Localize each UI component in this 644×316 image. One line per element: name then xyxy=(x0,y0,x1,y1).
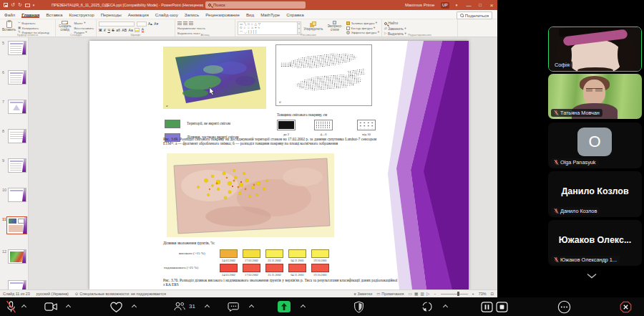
notes-toggle[interactable]: ≡Заметки xyxy=(353,292,372,296)
ribbon-display-options-icon[interactable]: ▾ xyxy=(451,0,462,10)
collapse-video-panel-button[interactable] xyxy=(581,270,602,281)
find-button[interactable]: Найти xyxy=(384,21,406,25)
new-slide-button[interactable]: Создать слайд xyxy=(58,21,72,32)
zoom-in-button[interactable]: + xyxy=(472,292,474,296)
chat-button[interactable] xyxy=(225,300,241,314)
zoom-slider-thumb[interactable] xyxy=(457,292,459,296)
security-button[interactable] xyxy=(351,300,366,314)
record-button[interactable] xyxy=(419,300,435,314)
video-tile-danylo[interactable]: Данило Козлов Данило Козлов xyxy=(548,171,642,217)
reactions-button[interactable] xyxy=(108,300,124,314)
quick-styles-button[interactable]: Экспресс-стили xyxy=(326,21,344,32)
text-direction-button[interactable]: Направление текста xyxy=(177,27,213,30)
layout-button[interactable]: Макет▾ xyxy=(74,21,94,25)
slide-sorter-view-button[interactable]: ▦ xyxy=(414,292,418,296)
slide-thumbnail-10[interactable]: 10 xyxy=(0,187,29,216)
maximize-icon[interactable]: □ xyxy=(474,0,486,10)
font-name-combobox[interactable] xyxy=(99,21,135,27)
font-size-combobox[interactable] xyxy=(137,21,147,27)
highlight-color-button[interactable] xyxy=(135,28,140,32)
tab-design[interactable]: Конструктор xyxy=(69,11,94,18)
participants-options-chevron[interactable] xyxy=(205,305,210,310)
slide-thumbnail-7[interactable]: 7 xyxy=(0,99,29,128)
arrange-button[interactable]: Упорядочить xyxy=(303,21,323,32)
copy-button[interactable]: ▣Копировать xyxy=(18,27,49,30)
slide-thumbnail-8[interactable]: 8 xyxy=(0,128,29,157)
cut-button[interactable]: ✂Вырезать xyxy=(18,21,49,25)
slide-thumbnail-5[interactable]: 5 xyxy=(0,40,29,69)
tab-animations[interactable]: Анимация xyxy=(128,11,149,18)
tab-transitions[interactable]: Переходы xyxy=(101,11,122,18)
reading-view-button[interactable]: ▥ xyxy=(420,292,424,296)
search-input[interactable] xyxy=(213,3,292,7)
stop-recording-button[interactable] xyxy=(494,300,509,314)
normal-view-button[interactable]: ▭ xyxy=(408,292,411,296)
share-button[interactable]: Поделиться xyxy=(457,11,492,19)
paste-button[interactable]: Вставить xyxy=(2,21,16,32)
video-button[interactable] xyxy=(43,300,59,314)
reactions-options-chevron[interactable] xyxy=(132,305,137,310)
reset-button[interactable]: Восстановить xyxy=(74,27,94,30)
font-color-button[interactable]: А xyxy=(142,28,144,32)
tab-slideshow[interactable]: Слайд-шоу xyxy=(155,11,178,18)
video-tile-yuzhakov[interactable]: Южаков Олекс... Южаков Олександр 1... xyxy=(548,220,642,266)
save-icon[interactable] xyxy=(4,3,8,7)
zoom-out-button[interactable]: − xyxy=(434,292,436,296)
slideshow-icon[interactable] xyxy=(25,4,30,7)
chat-options-chevron[interactable] xyxy=(249,305,254,310)
fit-to-window-icon[interactable]: ⊡ xyxy=(490,292,494,296)
undo-icon[interactable]: ↺ xyxy=(11,2,15,8)
language-indicator[interactable]: русский (Украина) xyxy=(36,292,69,296)
search-box[interactable] xyxy=(205,1,306,9)
tab-mathtype[interactable]: MathType xyxy=(260,11,280,18)
video-tile-sofia[interactable]: Софія xyxy=(548,27,642,72)
numbering-icon[interactable] xyxy=(183,21,187,25)
share-screen-button[interactable] xyxy=(276,300,292,314)
mute-button[interactable] xyxy=(3,300,19,314)
share-options-chevron[interactable] xyxy=(301,305,306,310)
zoom-level[interactable]: 73% xyxy=(479,292,487,296)
slide-thumbnail-6[interactable]: 6 xyxy=(0,70,29,98)
mic-options-chevron[interactable] xyxy=(21,305,26,310)
subscript-button[interactable]: аб xyxy=(116,29,120,32)
italic-button[interactable]: К xyxy=(104,29,106,32)
minimize-icon[interactable]: — xyxy=(463,0,474,10)
slide-thumbnail-9[interactable]: 9 xyxy=(0,158,29,186)
record-options-chevron[interactable] xyxy=(443,305,448,310)
change-case-button[interactable]: АВ xyxy=(122,29,127,32)
replace-button[interactable]: ⇄Заменить▾ xyxy=(384,27,406,31)
tab-help[interactable]: Справка xyxy=(286,11,303,18)
account-name[interactable]: Maximus Prime xyxy=(405,0,434,10)
bullets-icon[interactable] xyxy=(177,21,182,25)
end-meeting-button[interactable] xyxy=(618,300,633,314)
slide-thumbnail-13-partial[interactable] xyxy=(0,279,29,289)
tab-record[interactable]: Запись xyxy=(185,11,199,18)
zoom-slider[interactable] xyxy=(441,294,468,295)
increase-font-icon[interactable]: А▴ xyxy=(148,22,152,26)
accessibility-status[interactable]: ⊙ Специальные возможности: не поддержива… xyxy=(75,292,166,296)
character-spacing-button[interactable]: Аа xyxy=(129,29,133,32)
video-options-chevron[interactable] xyxy=(66,305,71,310)
pause-recording-button[interactable] xyxy=(479,300,494,314)
qat-caret-icon[interactable]: ▾ xyxy=(33,3,35,7)
comments-toggle[interactable]: ▭Примечания xyxy=(376,292,404,296)
slide-canvas[interactable]: а б Території, не вкриті снігом xyxy=(89,41,469,289)
decrease-font-icon[interactable]: А▾ xyxy=(154,22,158,26)
more-button[interactable] xyxy=(556,300,572,314)
tab-file[interactable]: Файл xyxy=(4,11,15,18)
tab-review[interactable]: Рецензирование xyxy=(205,11,240,18)
tab-insert[interactable]: Вставка xyxy=(46,11,62,18)
shape-fill-button[interactable]: Заливка фигуры▾ xyxy=(346,21,379,25)
video-tile-olga[interactable]: O Olga Panasyuk xyxy=(548,123,642,168)
video-tile-tatyana[interactable]: Татьяна Мовчан xyxy=(548,74,642,119)
slide-thumbnail-11-selected[interactable]: 11 xyxy=(0,216,29,245)
strikethrough-button[interactable]: S xyxy=(112,29,114,32)
bold-button[interactable]: Ж xyxy=(99,29,102,32)
redo-icon[interactable]: ↻ xyxy=(18,2,22,8)
account-badge[interactable]: UP xyxy=(441,2,449,9)
participants-button[interactable] xyxy=(172,300,187,314)
tab-home[interactable]: Главная xyxy=(21,11,39,18)
slideshow-view-button[interactable]: ▷ xyxy=(426,292,429,296)
underline-button[interactable]: Ч xyxy=(107,29,109,32)
tab-view[interactable]: Вид xyxy=(246,11,254,18)
